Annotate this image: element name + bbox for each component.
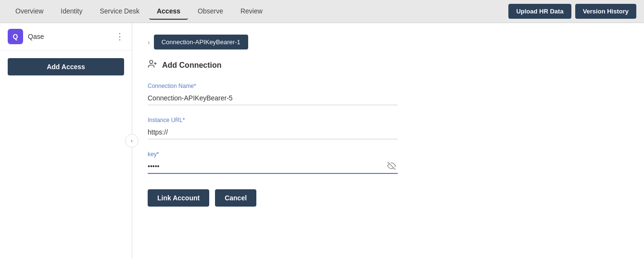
link-account-button[interactable]: Link Account (148, 189, 209, 207)
key-group: key* (148, 151, 398, 174)
nav-overview[interactable]: Overview (8, 3, 51, 20)
connection-name-label: Connection Name* (148, 83, 398, 89)
cancel-button[interactable]: Cancel (215, 189, 256, 207)
connection-badge[interactable]: Connection-APIKeyBearer-1 (154, 35, 248, 49)
key-input-wrapper (148, 160, 398, 174)
connection-name-input[interactable] (148, 91, 398, 105)
sidebar-menu-button[interactable]: ⋮ (115, 31, 124, 42)
instance-url-group: Instance URL* (148, 117, 398, 139)
nav-identity[interactable]: Identity (53, 3, 90, 20)
content-inner: › Connection-APIKeyBearer-1 Add Connecti… (132, 23, 644, 258)
nav-observe[interactable]: Observe (190, 3, 231, 20)
connection-name-group: Connection Name* (148, 83, 398, 105)
upload-hr-data-button[interactable]: Upload HR Data (508, 4, 571, 19)
nav-actions: Upload HR Data Version History (508, 4, 636, 19)
sidebar-header: Q Qase ⋮ (0, 23, 132, 50)
svg-point-0 (150, 61, 153, 64)
key-label: key* (148, 151, 398, 158)
content-area: › Connection-APIKeyBearer-1 Add Connecti… (132, 23, 644, 258)
add-connection-header: Add Connection (148, 59, 629, 71)
sidebar-brand: Q Qase (8, 29, 44, 44)
main-layout: Q Qase ⋮ Add Access ‹ › Connection-APIKe… (0, 23, 644, 258)
connection-breadcrumb: › Connection-APIKeyBearer-1 (148, 35, 629, 49)
brand-icon: Q (8, 29, 23, 44)
nav-items: Overview Identity Service Desk Access Ob… (8, 3, 508, 20)
chevron-left-icon: ‹ (131, 137, 133, 144)
add-connection-title: Add Connection (162, 61, 222, 70)
brand-name: Qase (28, 33, 44, 40)
instance-url-label: Instance URL* (148, 117, 398, 123)
form-actions: Link Account Cancel (148, 189, 629, 207)
chevron-right-icon: › (148, 38, 150, 46)
add-connection-form: Connection Name* Instance URL* key* (148, 83, 629, 207)
add-access-button[interactable]: Add Access (8, 58, 124, 75)
sidebar: Q Qase ⋮ Add Access ‹ (0, 23, 132, 258)
nav-access[interactable]: Access (149, 3, 188, 20)
toggle-visibility-button[interactable] (387, 161, 396, 172)
top-navigation: Overview Identity Service Desk Access Ob… (0, 0, 644, 23)
key-input[interactable] (148, 160, 398, 174)
version-history-button[interactable]: Version History (575, 4, 636, 19)
sidebar-collapse-button[interactable]: ‹ (125, 134, 139, 147)
nav-service-desk[interactable]: Service Desk (92, 3, 147, 20)
nav-review[interactable]: Review (233, 3, 270, 20)
instance-url-input[interactable] (148, 125, 398, 139)
sidebar-content: Add Access (0, 50, 132, 258)
add-person-icon (148, 59, 157, 71)
